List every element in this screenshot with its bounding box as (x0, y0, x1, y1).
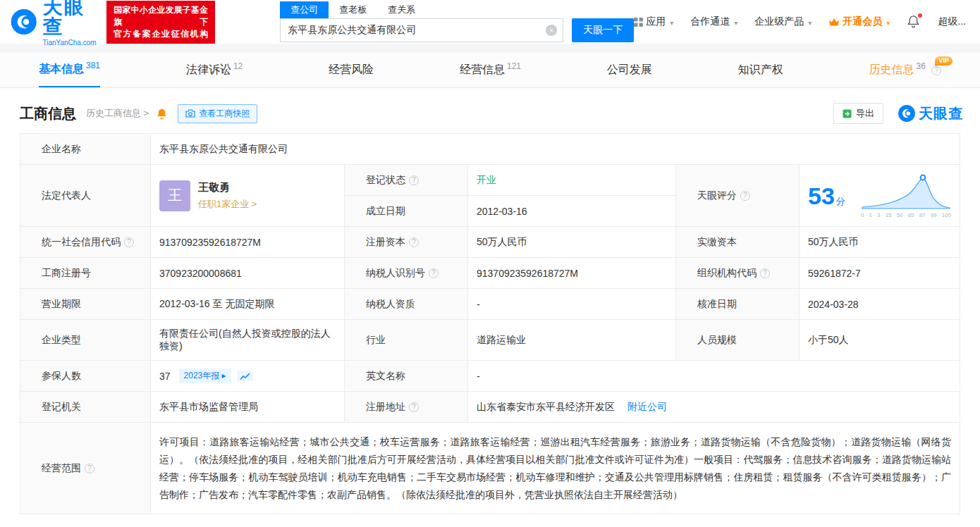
tab-count: 36 (917, 61, 926, 71)
legal-rep-companies-link[interactable]: 任职1家企业 > (198, 198, 257, 211)
help-icon[interactable] (740, 191, 750, 201)
field-label: 行业 (366, 334, 386, 345)
help-icon[interactable] (124, 237, 134, 247)
credit-code-label: 统一社会信用代码 (20, 227, 151, 258)
section-header: 工商信息 历史工商信息 > 查看工商快照 导出 天眼查 (0, 88, 980, 133)
help-icon[interactable] (429, 268, 439, 278)
help-icon[interactable] (409, 237, 419, 247)
table-row: 工商注册号 370923200008681 纳税人识别号 91370923592… (20, 258, 960, 289)
field-label: 登记机关 (42, 401, 81, 412)
field-label: 纳税人资质 (366, 298, 415, 309)
nearby-companies-link[interactable]: 附近公司 (627, 401, 667, 412)
establish-date-value: 2012-03-16 (468, 196, 676, 227)
help-icon[interactable] (85, 464, 94, 473)
field-label: 登记状态 (366, 174, 405, 185)
help-icon[interactable] (409, 402, 419, 412)
tab-intellectual-property[interactable]: 知识产权 (738, 53, 783, 87)
help-icon[interactable] (931, 66, 941, 75)
score-number: 53分 (808, 184, 845, 208)
reg-status-label: 登记状态 (345, 165, 468, 196)
tab-legal-litigation[interactable]: 法律诉讼 12 (186, 53, 243, 87)
field-label: 注册地址 (366, 401, 405, 412)
nav-apps-label: 应用 (646, 16, 666, 28)
staff-size-value: 小于50人 (800, 320, 960, 361)
search-tabs: 查公司 查老板 查关系 (280, 1, 634, 18)
legal-rep-name-link[interactable]: 王敬勇 (198, 181, 257, 194)
field-label: 经营范围 (42, 462, 81, 473)
field-label: 实缴资本 (697, 236, 737, 247)
nav-enterprise-label: 企业级产品 (754, 16, 804, 28)
export-button[interactable]: 导出 (833, 103, 883, 124)
score-axis-labels: 0 1 3 15 50 85 87 99 100 (861, 213, 951, 218)
annual-report-tag[interactable]: 2023年报 ▸ (179, 368, 231, 383)
industry-label: 行业 (345, 320, 468, 361)
paid-capital-label: 实缴资本 (676, 227, 800, 258)
tab-operation-risk[interactable]: 经营风险 (329, 53, 374, 87)
reg-authority-label: 登记机关 (20, 392, 151, 423)
field-label: 注册资本 (366, 236, 405, 247)
nav-apps[interactable]: 应用 (634, 16, 673, 28)
table-row: 经营范围 许可项目：道路旅客运输站经营；城市公共交通；校车运营服务；道路旅客运输… (20, 423, 960, 514)
business-scope-value: 许可项目：道路旅客运输站经营；城市公共交通；校车运营服务；道路旅客运输经营；巡游… (151, 423, 960, 514)
tab-company-development[interactable]: 公司发展 (607, 53, 652, 87)
reg-number-label: 工商注册号 (20, 258, 151, 289)
chevron-down-icon (733, 16, 737, 27)
brand-eye-icon (898, 104, 916, 123)
chevron-down-icon (807, 16, 811, 27)
brand-eye-icon (10, 6, 37, 37)
search-button[interactable]: 天眼一下 (572, 18, 634, 42)
view-business-snapshot-button[interactable]: 查看工商快照 (178, 104, 257, 123)
nav-enterprise-products[interactable]: 企业级产品 (754, 16, 811, 28)
search-tab-company[interactable]: 查公司 (280, 1, 329, 18)
search-input[interactable] (280, 18, 563, 42)
table-row: 营业期限 2012-03-16 至 无固定期限 纳税人资质 - 核准日期 202… (20, 289, 960, 320)
apps-grid-icon (634, 18, 643, 27)
help-icon[interactable] (409, 175, 419, 185)
trend-chart-icon[interactable] (237, 371, 253, 381)
tab-label: 基本信息 (39, 62, 84, 77)
insured-count-label: 参保人数 (20, 361, 151, 392)
score-value-cell: 53分 0 1 3 15 50 85 87 99 100 (800, 165, 960, 227)
site-header: 天眼查 TianYanCha.com 国家中小企业发展子基金旗下 官方备案企业征… (0, 0, 980, 44)
tab-basic-info[interactable]: 基本信息 381 (39, 53, 100, 87)
notifications-bell[interactable] (907, 15, 921, 29)
tab-count: 381 (86, 61, 100, 70)
legal-rep-avatar[interactable]: 王 (159, 180, 190, 211)
brand-name: 天眼查 (42, 0, 99, 37)
field-label: 企业名称 (42, 143, 81, 154)
score-curve (861, 173, 951, 213)
header-nav: 应用 合作通道 企业级产品 开通会员 超级... (634, 15, 966, 29)
tab-label: 历史信息 (869, 63, 914, 78)
page-background-band (0, 44, 980, 53)
search-tab-relation[interactable]: 查关系 (377, 1, 426, 18)
tab-business-info[interactable]: 经营信息 121 (460, 53, 521, 87)
business-term-value: 2012-03-16 至 无固定期限 (151, 289, 345, 320)
tianyancha-logo[interactable]: 天眼查 TianYanCha.com (10, 0, 99, 46)
reg-number-value: 370923200008681 (151, 258, 345, 289)
nav-cooperation[interactable]: 合作通道 (690, 16, 737, 28)
export-icon (843, 109, 852, 118)
tab-label: 经营风险 (329, 63, 374, 78)
nav-super-vip[interactable]: 超级... (938, 16, 966, 28)
address-text: 山东省泰安市东平县经济开发区 (477, 401, 615, 412)
company-type-label: 企业类型 (20, 320, 151, 361)
business-term-label: 营业期限 (20, 289, 151, 320)
tab-label: 知识产权 (738, 63, 783, 78)
approval-date-label: 核准日期 (676, 289, 800, 320)
staff-size-label: 人员规模 (676, 320, 800, 361)
help-icon[interactable] (760, 268, 770, 278)
org-code-label: 组织机构代码 (676, 258, 800, 289)
reg-address-label: 注册地址 (345, 392, 468, 423)
tab-history-info[interactable]: 历史信息 36 VIP (869, 53, 941, 87)
taxpayer-id-value: 91370923592618727M (468, 258, 676, 289)
chevron-down-icon (668, 16, 673, 27)
company-type-value: 有限责任公司(自然人投资或控股的法人独资) (151, 320, 345, 361)
search-tab-boss[interactable]: 查老板 (329, 1, 377, 18)
score-label: 天眼评分 (676, 165, 800, 227)
alert-bell-icon[interactable] (156, 108, 168, 120)
nav-open-vip[interactable]: 开通会员 (828, 16, 890, 28)
table-row: 统一社会信用代码 91370923592618727M 注册资本 50万人民币 … (20, 227, 960, 258)
history-business-info-link[interactable]: 历史工商信息 > (86, 107, 149, 120)
approval-date-value: 2024-03-28 (800, 289, 960, 320)
insured-count-value: 37 2023年报 ▸ (151, 361, 345, 392)
